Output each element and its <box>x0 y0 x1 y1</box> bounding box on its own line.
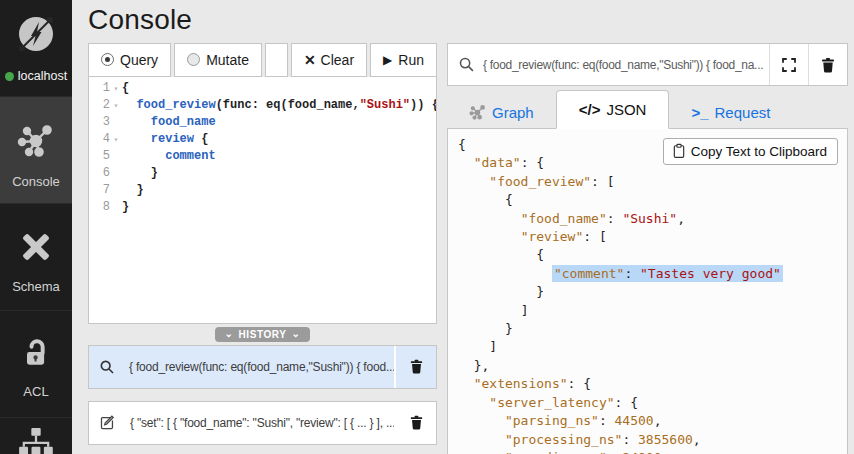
json-lines: { "data": { "food_review": [ { "food_nam… <box>458 136 847 454</box>
sidebar-item-schema[interactable]: Schema <box>0 203 72 310</box>
run-play-icon: ▶ <box>383 53 392 67</box>
json-line: "review": [ <box>458 228 847 246</box>
edit-icon <box>99 414 123 431</box>
tab-label: Request <box>715 104 771 121</box>
ratel-console-page: localhost ConsoleSchemaACL Console Query… <box>0 0 854 454</box>
tab-graph[interactable]: Graph <box>447 95 556 129</box>
search-icon <box>99 359 122 375</box>
sidebar-item-label: Schema <box>12 279 60 294</box>
editor-line: 1▾{ <box>89 80 436 97</box>
clear-x-icon: ✕ <box>304 52 316 68</box>
json-line: { <box>458 191 847 209</box>
code-tag-icon: </> <box>579 101 601 118</box>
history-item-text: { "set": [ { "food_name": "Sushi", "revi… <box>89 402 394 444</box>
copy-button-label: Copy Text to Clipboard <box>691 144 827 159</box>
line-number: 4 <box>89 131 110 148</box>
sidebar-item-console[interactable]: Console <box>0 96 72 203</box>
fullscreen-button[interactable] <box>769 44 808 85</box>
line-number: 7 <box>89 182 110 199</box>
delete-result-button[interactable] <box>808 44 847 85</box>
line-number: 8 <box>89 199 110 216</box>
sidebar-item-label: ACL <box>23 384 48 399</box>
cluster-icon <box>17 426 55 454</box>
delete-history-button[interactable] <box>394 402 436 444</box>
fold-gutter <box>110 199 122 216</box>
fold-marker-icon[interactable]: ▾ <box>110 97 122 114</box>
history-item-text: { food_review(func: eq(food_name,"Sushi"… <box>89 346 394 388</box>
fold-gutter <box>110 165 122 182</box>
history-list: { food_review(func: eq(food_name,"Sushi"… <box>88 345 437 454</box>
json-line: "encoding_ns": 24900, <box>458 449 847 454</box>
query-mode-radio[interactable]: Query <box>88 43 171 77</box>
line-number: 5 <box>89 148 110 165</box>
fold-marker-icon[interactable]: ▾ <box>110 131 122 148</box>
history-header: ⌄ HISTORY ⌄ <box>88 324 437 345</box>
toolbar-spacer <box>265 43 288 77</box>
tab-request[interactable]: >_Request <box>669 95 792 129</box>
editor-line: 5 comment <box>89 148 436 165</box>
tab-label: Graph <box>492 104 534 121</box>
sidebar-item-label: Console <box>12 174 60 189</box>
terminal-prompt-icon: >_ <box>691 104 708 121</box>
json-line: "server_latency": { <box>458 394 847 412</box>
sidebar-brand[interactable]: localhost <box>0 0 72 96</box>
json-line: "extensions": { <box>458 375 847 393</box>
result-panel: { food_review(func: eq(food_name,"Sushi"… <box>447 43 848 454</box>
editor-line: 2▾ food_review(func: eq(food_name,"Sushi… <box>89 97 436 114</box>
clear-button-label: Clear <box>321 52 354 68</box>
tab-label: JSON <box>606 101 646 118</box>
json-line: ] <box>458 302 847 320</box>
query-mode-label: Query <box>120 52 158 68</box>
query-editor[interactable]: 1▾{2▾ food_review(func: eq(food_name,"Su… <box>88 77 437 324</box>
json-response-view: Copy Text to Clipboard { "data": { "food… <box>447 128 848 454</box>
console-columns: Query Mutate ✕ Clear ▶ Run <box>88 43 848 454</box>
json-line: "food_review": [ <box>458 173 847 191</box>
json-line: } <box>458 320 847 338</box>
query-toolbar: Query Mutate ✕ Clear ▶ Run <box>88 43 437 77</box>
sidebar-item-cluster[interactable] <box>0 417 72 454</box>
json-line: "comment": "Tastes very good" <box>458 265 847 283</box>
radio-unselected-icon <box>187 53 200 66</box>
json-line: "food_name": "Sushi", <box>458 210 847 228</box>
tab-json[interactable]: </>JSON <box>556 90 670 129</box>
json-line: } <box>458 283 847 301</box>
chevron-down-icon: ⌄ <box>224 328 233 339</box>
run-button[interactable]: ▶ Run <box>370 43 437 77</box>
json-line: }, <box>458 357 847 375</box>
history-toggle[interactable]: ⌄ HISTORY ⌄ <box>215 327 309 342</box>
dgraph-logo-icon <box>12 10 60 62</box>
clear-button[interactable]: ✕ Clear <box>291 43 367 77</box>
editor-line: 3 food_name <box>89 114 436 131</box>
main-area: Console Query Mutate ✕ Clear <box>72 0 854 454</box>
history-item[interactable]: { food_review(func: eq(food_name,"Sushi"… <box>88 345 437 389</box>
line-number: 6 <box>89 165 110 182</box>
result-query-bar: { food_review(func: eq(food_name,"Sushi"… <box>447 43 848 86</box>
editor-line: 8} <box>89 199 436 216</box>
editor-line: 7 } <box>89 182 436 199</box>
result-query-text[interactable]: { food_review(func: eq(food_name,"Sushi"… <box>483 58 769 72</box>
highlighted-json-text: "comment": "Tastes very good" <box>552 265 783 282</box>
history-item[interactable]: { "set": [ { "food_name": "Sushi", "revi… <box>88 401 437 445</box>
json-line: { <box>458 246 847 264</box>
fold-gutter <box>110 148 122 165</box>
editor-line: 6 } <box>89 165 436 182</box>
query-panel: Query Mutate ✕ Clear ▶ Run <box>88 43 437 454</box>
sidebar-nav: ConsoleSchemaACL <box>0 96 72 454</box>
copy-to-clipboard-button[interactable]: Copy Text to Clipboard <box>663 138 838 165</box>
editor-line: 4▾ review { <box>89 131 436 148</box>
line-number: 3 <box>89 114 110 131</box>
radio-selected-icon <box>101 53 114 66</box>
page-title: Console <box>88 4 848 36</box>
json-line: "processing_ns": 3855600, <box>458 431 847 449</box>
mutate-mode-radio[interactable]: Mutate <box>174 43 262 77</box>
fold-marker-icon[interactable]: ▾ <box>110 80 122 97</box>
line-number: 2 <box>89 97 110 114</box>
delete-history-button[interactable] <box>394 346 436 388</box>
console-graph-icon <box>16 121 56 165</box>
run-button-label: Run <box>398 52 424 68</box>
acl-lock-icon <box>18 335 54 375</box>
json-line: ] <box>458 338 847 356</box>
sidebar-item-acl[interactable]: ACL <box>0 310 72 417</box>
graph-molecule-icon <box>469 104 486 121</box>
chevron-down-icon: ⌄ <box>292 328 301 339</box>
